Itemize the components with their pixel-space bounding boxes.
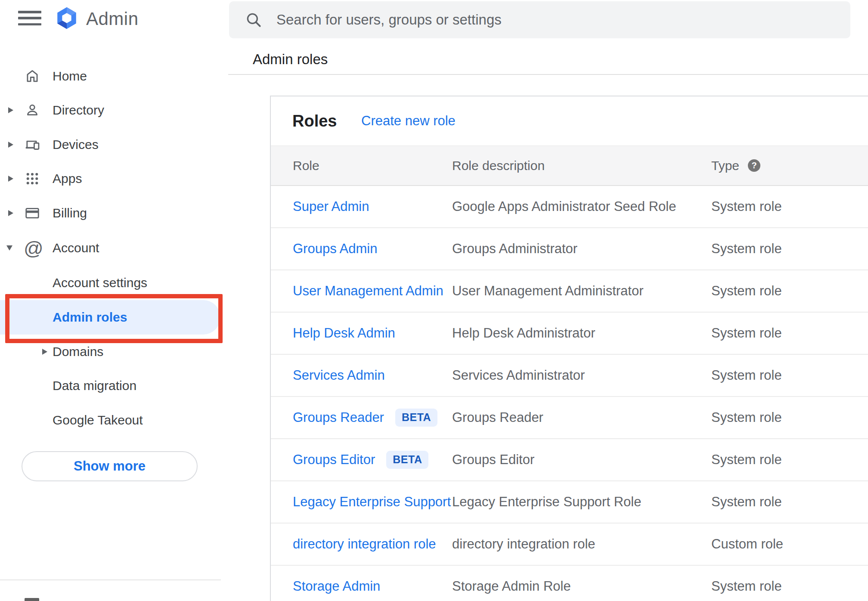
table-row: Storage Admin Storage Admin Role System … bbox=[271, 566, 868, 601]
role-link[interactable]: Groups Admin bbox=[293, 241, 377, 257]
role-type: System role bbox=[711, 452, 782, 468]
admin-logo-icon bbox=[54, 6, 79, 31]
table-header-row: Role Role description Type ? bbox=[271, 146, 868, 186]
role-type: System role bbox=[711, 579, 782, 594]
role-type: Custom role bbox=[711, 536, 783, 552]
role-link[interactable]: Storage Admin bbox=[293, 579, 380, 594]
search-bar[interactable] bbox=[229, 1, 850, 38]
role-type: System role bbox=[711, 241, 782, 257]
cutoff-sidebar-icon bbox=[25, 598, 39, 601]
column-header-type: Type ? bbox=[711, 158, 760, 173]
sidebar-item-devices[interactable]: Devices bbox=[0, 127, 229, 162]
role-type: System role bbox=[711, 325, 782, 341]
role-link[interactable]: Services Admin bbox=[293, 368, 385, 383]
hamburger-menu-icon[interactable] bbox=[18, 11, 41, 25]
sidebar-item-account[interactable]: @ Account bbox=[0, 231, 229, 265]
search-icon bbox=[245, 11, 263, 29]
sidebar-item-domains[interactable]: Domains bbox=[0, 335, 229, 369]
role-type: System role bbox=[711, 368, 782, 383]
sidebar-item-account-settings[interactable]: Account settings bbox=[0, 266, 229, 300]
column-header-type-label: Type bbox=[711, 158, 739, 173]
role-description: Groups Editor bbox=[452, 452, 534, 468]
devices-icon bbox=[24, 136, 40, 153]
role-link[interactable]: Help Desk Admin bbox=[293, 325, 395, 341]
roles-table-body: Super Admin Google Apps Administrator Se… bbox=[271, 186, 868, 601]
expand-arrow-icon[interactable] bbox=[8, 142, 13, 148]
role-description: Legacy Enterprise Support Role bbox=[452, 494, 641, 510]
sidebar-item-google-takeout[interactable]: Google Takeout bbox=[0, 403, 229, 437]
role-link[interactable]: Legacy Enterprise Support bbox=[293, 494, 451, 510]
column-header-role: Role bbox=[293, 158, 319, 173]
role-cell: Services Admin bbox=[293, 368, 385, 383]
create-new-role-link[interactable]: Create new role bbox=[361, 113, 456, 129]
role-description: Groups Administrator bbox=[452, 241, 577, 257]
role-cell: Legacy Enterprise Support bbox=[293, 494, 451, 510]
role-description: User Management Administrator bbox=[452, 283, 644, 299]
role-cell: Groups Editor BETA bbox=[293, 451, 428, 469]
at-sign-icon: @ bbox=[24, 239, 43, 258]
column-header-description: Role description bbox=[452, 158, 545, 173]
table-row: Legacy Enterprise Support Legacy Enterpr… bbox=[271, 481, 868, 524]
expand-arrow-icon[interactable] bbox=[8, 210, 13, 216]
credit-card-icon bbox=[24, 205, 40, 221]
sidebar-item-apps[interactable]: Apps bbox=[0, 161, 229, 196]
search-input[interactable] bbox=[276, 12, 815, 28]
collapse-arrow-icon[interactable] bbox=[6, 245, 12, 251]
help-icon[interactable]: ? bbox=[748, 159, 760, 172]
expand-arrow-icon[interactable] bbox=[42, 349, 47, 355]
sidebar-item-billing[interactable]: Billing bbox=[0, 196, 229, 230]
role-cell: Groups Reader BETA bbox=[293, 409, 437, 427]
roles-panel-header: Roles Create new role bbox=[271, 96, 868, 146]
role-cell: Help Desk Admin bbox=[293, 325, 395, 341]
header-divider bbox=[228, 74, 868, 75]
role-type: System role bbox=[711, 199, 782, 214]
table-row: directory integration role directory int… bbox=[271, 524, 868, 566]
person-icon bbox=[24, 102, 40, 118]
table-row: User Management Admin User Management Ad… bbox=[271, 270, 868, 313]
role-cell: Super Admin bbox=[293, 199, 369, 214]
role-type: System role bbox=[711, 494, 782, 510]
table-row: Super Admin Google Apps Administrator Se… bbox=[271, 186, 868, 228]
sidebar-item-directory[interactable]: Directory bbox=[0, 93, 229, 127]
role-description: Storage Admin Role bbox=[452, 579, 571, 594]
roles-panel: Roles Create new role Role Role descript… bbox=[270, 96, 868, 601]
show-more-button[interactable]: Show more bbox=[22, 451, 198, 481]
role-cell: User Management Admin bbox=[293, 283, 443, 299]
role-link[interactable]: directory integration role bbox=[293, 536, 436, 552]
table-row: Groups Reader BETA Groups Reader System … bbox=[271, 397, 868, 439]
home-icon bbox=[24, 68, 40, 84]
breadcrumb: Admin roles bbox=[253, 51, 328, 68]
role-link[interactable]: Groups Reader bbox=[293, 410, 384, 425]
role-type: System role bbox=[711, 410, 782, 425]
sidebar-divider bbox=[0, 579, 221, 580]
table-row: Help Desk Admin Help Desk Administrator … bbox=[271, 313, 868, 355]
role-description: Google Apps Administrator Seed Role bbox=[452, 199, 676, 214]
expand-arrow-icon[interactable] bbox=[8, 107, 13, 113]
role-cell: Storage Admin bbox=[293, 579, 380, 594]
role-description: Help Desk Administrator bbox=[452, 325, 595, 341]
table-row: Groups Admin Groups Administrator System… bbox=[271, 228, 868, 270]
sidebar-item-data-migration[interactable]: Data migration bbox=[0, 369, 229, 403]
role-cell: Groups Admin bbox=[293, 241, 377, 257]
table-row: Services Admin Services Administrator Sy… bbox=[271, 355, 868, 397]
role-description: Services Administrator bbox=[452, 368, 585, 383]
sidebar-item-home[interactable]: Home bbox=[0, 59, 229, 93]
app-title: Admin bbox=[86, 9, 139, 29]
role-cell: directory integration role bbox=[293, 536, 436, 552]
sidebar-item-admin-roles[interactable]: Admin roles bbox=[0, 300, 220, 335]
beta-badge: BETA bbox=[386, 451, 428, 469]
role-description: Groups Reader bbox=[452, 410, 543, 425]
admin-console-screen: Admin Admin roles Home Directory Devices bbox=[0, 0, 868, 601]
table-row: Groups Editor BETA Groups Editor System … bbox=[271, 439, 868, 481]
role-link[interactable]: Groups Editor bbox=[293, 452, 375, 468]
apps-grid-icon bbox=[24, 170, 40, 187]
panel-title: Roles bbox=[292, 112, 337, 130]
expand-arrow-icon[interactable] bbox=[8, 176, 13, 182]
role-type: System role bbox=[711, 283, 782, 299]
role-link[interactable]: User Management Admin bbox=[293, 283, 443, 299]
role-link[interactable]: Super Admin bbox=[293, 199, 369, 214]
role-description: directory integration role bbox=[452, 536, 595, 552]
beta-badge: BETA bbox=[395, 409, 437, 427]
